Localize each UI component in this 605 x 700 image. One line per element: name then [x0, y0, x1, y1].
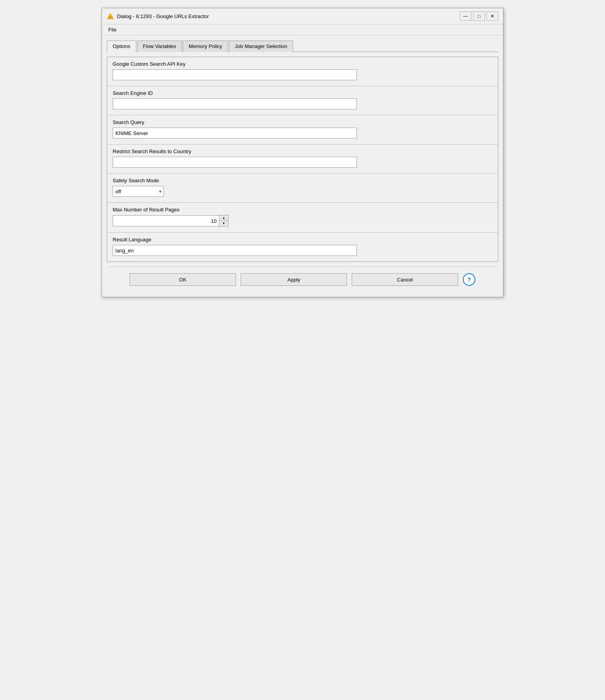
- result-language-section: Result Language: [107, 233, 498, 261]
- help-button[interactable]: ?: [463, 273, 475, 286]
- title-bar: ! Dialog - 6:1293 - Google URLs Extracto…: [102, 8, 503, 24]
- cancel-button[interactable]: Cancel: [352, 273, 458, 286]
- max-pages-label: Max Number of Result Pages: [113, 207, 492, 213]
- tab-options[interactable]: Options: [107, 41, 136, 52]
- search-engine-id-section: Search Engine ID: [107, 86, 498, 115]
- api-key-input[interactable]: [113, 69, 357, 80]
- svg-text:!: !: [110, 15, 111, 19]
- result-language-input[interactable]: [113, 245, 357, 256]
- title-bar-left: ! Dialog - 6:1293 - Google URLs Extracto…: [107, 13, 209, 20]
- window-title: Dialog - 6:1293 - Google URLs Extractor: [117, 13, 209, 19]
- warning-triangle-icon: !: [107, 13, 114, 20]
- tab-flow-variables[interactable]: Flow Variables: [137, 41, 182, 52]
- search-query-label: Search Query: [113, 119, 492, 125]
- safety-search-label: Safety Search Mode: [113, 178, 492, 183]
- max-pages-section: Max Number of Result Pages ▲ ▼: [107, 203, 498, 233]
- close-button[interactable]: ✕: [486, 11, 498, 21]
- result-language-label: Result Language: [113, 237, 492, 243]
- spinner-down-button[interactable]: ▼: [219, 221, 228, 226]
- restrict-country-label: Restrict Search Results to Country: [113, 148, 492, 154]
- maximize-button[interactable]: □: [473, 11, 485, 21]
- tab-bar: Options Flow Variables Memory Policy Job…: [107, 40, 498, 52]
- spinner-up-button[interactable]: ▲: [219, 215, 228, 221]
- safety-search-section: Safety Search Mode off medium high ▼: [107, 174, 498, 203]
- safety-search-wrapper: off medium high ▼: [113, 186, 164, 197]
- max-pages-spinner: ▲ ▼: [113, 215, 492, 227]
- search-query-section: Search Query: [107, 115, 498, 144]
- bottom-button-bar: OK Apply Cancel ?: [107, 267, 498, 292]
- search-query-input[interactable]: [113, 128, 357, 139]
- ok-button[interactable]: OK: [130, 273, 236, 286]
- search-engine-id-label: Search Engine ID: [113, 90, 492, 96]
- menu-bar: File: [102, 24, 503, 35]
- apply-button[interactable]: Apply: [241, 273, 347, 286]
- minimize-button[interactable]: —: [460, 11, 471, 21]
- restrict-country-input[interactable]: [113, 157, 357, 168]
- search-engine-id-input[interactable]: [113, 98, 357, 109]
- spinner-button-group: ▲ ▼: [219, 215, 228, 227]
- api-key-section: Google Custom Search API Key: [107, 57, 498, 86]
- title-buttons: — □ ✕: [460, 11, 498, 21]
- api-key-label: Google Custom Search API Key: [113, 61, 492, 67]
- file-menu[interactable]: File: [105, 26, 120, 33]
- options-panel: Google Custom Search API Key Search Engi…: [107, 57, 498, 262]
- restrict-country-section: Restrict Search Results to Country: [107, 144, 498, 174]
- tab-memory-policy[interactable]: Memory Policy: [183, 41, 228, 52]
- max-pages-input[interactable]: [113, 215, 219, 226]
- dialog-content: Options Flow Variables Memory Policy Job…: [102, 35, 503, 297]
- safety-search-select[interactable]: off medium high: [113, 186, 164, 197]
- dialog-window: ! Dialog - 6:1293 - Google URLs Extracto…: [102, 8, 503, 297]
- tab-job-manager[interactable]: Job Manager Selection: [229, 41, 293, 52]
